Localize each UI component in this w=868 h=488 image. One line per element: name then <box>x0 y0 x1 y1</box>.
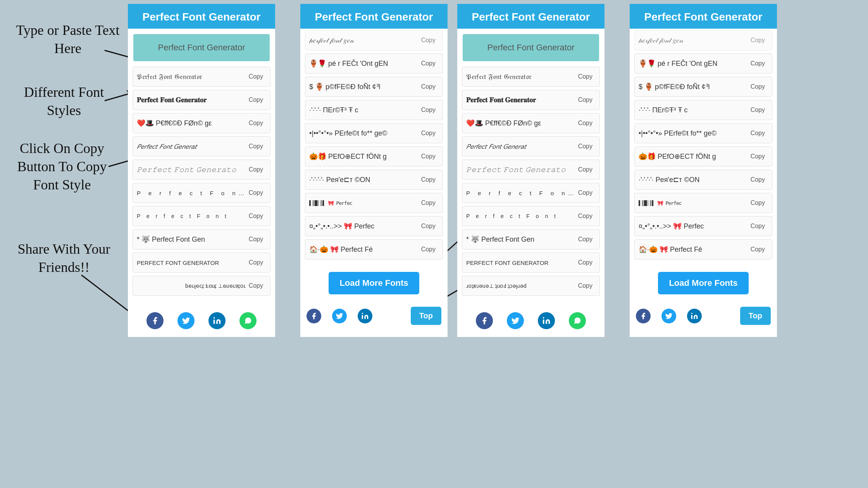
font-text-9-left: ɹoʇɐɹǝuǝ⊥ ʇuoℲ ʇɔǝɟɹǝd <box>137 283 246 289</box>
font-row-2-r2: ∙'∙'∙'∙ ΠЕr©Ŧ³ Ŧ c Copy <box>634 100 772 120</box>
font-text-1-r2: $ 🏺 p©fFE©Ð foÑt ¢ᴲl <box>639 82 747 91</box>
font-row-6-l2: P e r f e c t F o n t Copy <box>462 206 600 226</box>
load-more-button[interactable]: Load More Fonts <box>329 272 419 294</box>
copy-btn-4-right[interactable]: Copy <box>418 151 439 162</box>
font-row-7-right: ¤„•°„•.•..>> 🎀 Perfec Copy <box>305 216 443 236</box>
font-row-6-right: ▌║█│║▌ 🎀 Perfec Copy <box>305 193 443 213</box>
text-input-left-2[interactable] <box>463 34 599 61</box>
copy-btn-1-l2[interactable]: Copy <box>575 95 596 105</box>
facebook-icon-right[interactable] <box>307 309 321 323</box>
copy-btn-7-l2[interactable]: Copy <box>575 234 596 244</box>
whatsapp-icon-left-2[interactable] <box>569 312 586 329</box>
font-text-top-right: 𝓅𝑒𝓇𝒻𝑒𝒸𝓉 𝒻𝑜𝓃𝓉 𝑔𝑒𝓃 <box>309 36 418 45</box>
font-text-2-right: ∙'∙'∙'∙ ΠЕr©Ŧ³ Ŧ c <box>309 106 418 114</box>
copy-btn-1-left[interactable]: Copy <box>246 95 266 105</box>
text-input-left[interactable] <box>133 34 270 61</box>
copy-btn-7-left[interactable]: Copy <box>246 234 266 244</box>
copy-btn-1-right[interactable]: Copy <box>418 82 439 92</box>
social-bar-left <box>128 306 275 337</box>
font-row-4-left: 𝙿𝚎𝚛𝚏𝚎𝚌𝚝 𝙵𝚘𝚗𝚝 𝙶𝚎𝚗𝚎𝚛𝚊𝚝𝚘 Copy <box>133 160 270 180</box>
whatsapp-icon-left[interactable] <box>239 312 257 329</box>
copy-btn-2-r2[interactable]: Copy <box>747 105 768 115</box>
copy-btn-4-l2[interactable]: Copy <box>575 165 596 175</box>
copy-btn-9-left[interactable]: Copy <box>246 281 266 291</box>
linkedin-icon-right-2[interactable] <box>687 309 702 323</box>
copy-btn-6-l2[interactable]: Copy <box>575 211 596 221</box>
font-text-5-r2: ∙'∙'∙'∙'∙ Pея'e⊏т ©ON <box>639 175 747 184</box>
annotation-type-paste: Type or Paste Text Here <box>12 21 124 58</box>
facebook-icon-left-2[interactable] <box>476 312 493 329</box>
font-row-1-l2: 𝐏𝐞𝐫𝐟𝐞𝐜𝐭 𝐅𝐨𝐧𝐭 𝐆𝐞𝐧𝐞𝐫𝐚𝐭𝐨𝐫 Copy <box>462 90 600 110</box>
phone-panel-right: Perfect Font Generator 𝓅𝑒𝓇𝒻𝑒𝒸𝓉 𝒻𝑜𝓃𝓉 𝑔𝑒𝓃 … <box>300 4 448 337</box>
font-row-5-r2: ∙'∙'∙'∙'∙ Pея'e⊏т ©ON Copy <box>634 170 772 190</box>
copy-btn-3-right[interactable]: Copy <box>418 128 439 138</box>
copy-btn-7-right[interactable]: Copy <box>418 221 439 231</box>
copy-btn-top-r2[interactable]: Copy <box>747 35 768 45</box>
font-row-6-left: P e r f e c t F o n t Copy <box>133 206 270 226</box>
copy-btn-1-r2[interactable]: Copy <box>747 82 768 92</box>
copy-btn-6-r2[interactable]: Copy <box>747 198 768 208</box>
copy-btn-5-r2[interactable]: Copy <box>747 175 768 185</box>
twitter-icon-right[interactable] <box>332 309 347 323</box>
linkedin-icon-left-2[interactable] <box>538 312 555 329</box>
font-text-5-left: P e r f e c t F o n t <box>137 190 246 196</box>
font-text-3-right: •|••°•°•» PErfe©t fo** ge© <box>309 129 418 137</box>
panel-title-right: Perfect Font Generator <box>315 11 433 23</box>
twitter-icon-left[interactable] <box>177 312 195 329</box>
font-text-0-right: 🏺🌹 pé r FEČt 'Ont gEN <box>309 59 418 68</box>
panel-header-left-2: Perfect Font Generator <box>457 4 604 29</box>
font-text-1-l2: 𝐏𝐞𝐫𝐟𝐞𝐜𝐭 𝐅𝐨𝐧𝐭 𝐆𝐞𝐧𝐞𝐫𝐚𝐭𝐨𝐫 <box>466 96 575 104</box>
copy-btn-8-r2[interactable]: Copy <box>747 244 768 254</box>
copy-btn-7-r2[interactable]: Copy <box>747 221 768 231</box>
copy-btn-8-l2[interactable]: Copy <box>575 258 596 268</box>
copy-btn-8-right[interactable]: Copy <box>418 244 439 254</box>
font-text-7-r2: ¤„•°„•.•..>> 🎀 Perfec <box>639 222 747 230</box>
copy-btn-8-left[interactable]: Copy <box>246 258 266 268</box>
facebook-icon-right-2[interactable] <box>636 309 651 323</box>
copy-btn-0-right[interactable]: Copy <box>418 58 439 69</box>
linkedin-icon-right[interactable] <box>358 309 372 323</box>
font-row-0-right: 🏺🌹 pé r FEČt 'Ont gEN Copy <box>305 53 443 74</box>
copy-btn-4-left[interactable]: Copy <box>246 165 266 175</box>
phone-panel-left: Perfect Font Generator 𝔓𝔢𝔯𝔣𝔢𝔠𝔱 𝔉𝔬𝔫𝔱 𝔊𝔢𝔫𝔢… <box>128 4 275 337</box>
copy-btn-5-left[interactable]: Copy <box>246 188 266 198</box>
font-row-2-right: ∙'∙'∙'∙ ΠЕr©Ŧ³ Ŧ c Copy <box>305 100 443 120</box>
linkedin-icon-left[interactable] <box>208 312 226 329</box>
copy-btn-5-right[interactable]: Copy <box>418 175 439 185</box>
copy-btn-3-left[interactable]: Copy <box>246 141 266 151</box>
font-text-7-right: ¤„•°„•.•..>> 🎀 Perfec <box>309 222 418 230</box>
font-row-8-r2: 🏠·🎃 🎀 Perfect Fé Copy <box>634 239 772 259</box>
font-row-7-r2: ¤„•°„•.•..>> 🎀 Perfec Copy <box>634 216 772 236</box>
font-row-1-right: $ 🏺 p©fFE©Ð foÑt ¢ᴲl Copy <box>305 77 443 97</box>
facebook-icon-left[interactable] <box>146 312 164 329</box>
twitter-icon-left-2[interactable] <box>507 312 524 329</box>
copy-btn-0-left[interactable]: Copy <box>246 72 266 82</box>
font-row-1-left: 𝐏𝐞𝐫𝐟𝐞𝐜𝐭 𝐅𝐨𝐧𝐭 𝐆𝐞𝐧𝐞𝐫𝐚𝐭𝐨𝐫 Copy <box>133 90 270 110</box>
copy-btn-4-r2[interactable]: Copy <box>747 151 768 162</box>
copy-btn-top-right[interactable]: Copy <box>418 35 439 45</box>
copy-btn-0-l2[interactable]: Copy <box>575 72 596 82</box>
copy-btn-2-l2[interactable]: Copy <box>575 118 596 128</box>
font-row-8-right: 🏠·🎃 🎀 Perfect Fé Copy <box>305 239 443 259</box>
copy-btn-6-left[interactable]: Copy <box>246 211 266 221</box>
copy-btn-0-r2[interactable]: Copy <box>747 58 768 69</box>
top-button[interactable]: Top <box>411 307 441 325</box>
copy-btn-3-l2[interactable]: Copy <box>575 141 596 151</box>
font-text-3-r2: •|••°•°•» PErfe©t fo** ge© <box>639 129 747 137</box>
font-text-4-left: 𝙿𝚎𝚛𝚏𝚎𝚌𝚝 𝙵𝚘𝚗𝚝 𝙶𝚎𝚗𝚎𝚛𝚊𝚝𝚘 <box>137 166 246 174</box>
load-more-button-2[interactable]: Load More Fonts <box>658 272 748 294</box>
font-text-2-r2: ∙'∙'∙'∙ ΠЕr©Ŧ³ Ŧ c <box>639 106 747 114</box>
font-text-8-r2: 🏠·🎃 🎀 Perfect Fé <box>639 245 747 254</box>
font-row-5-left: P e r f e c t F o n t Copy <box>133 183 270 203</box>
copy-btn-2-left[interactable]: Copy <box>246 118 266 128</box>
copy-btn-9-l2[interactable]: Copy <box>575 281 596 291</box>
font-row-9-l2: ɹoʇɐɹǝuǝ⊥ ʇuoℲ ʇɔǝɟɹǝd Copy <box>462 276 600 296</box>
copy-btn-6-right[interactable]: Copy <box>418 198 439 208</box>
font-text-4-l2: 𝙿𝚎𝚛𝚏𝚎𝚌𝚝 𝙵𝚘𝚗𝚝 𝙶𝚎𝚗𝚎𝚛𝚊𝚝𝚘 <box>466 166 575 174</box>
twitter-icon-right-2[interactable] <box>661 309 676 323</box>
copy-btn-2-right[interactable]: Copy <box>418 105 439 115</box>
copy-btn-5-l2[interactable]: Copy <box>575 188 596 198</box>
top-button-2[interactable]: Top <box>740 307 771 325</box>
font-text-6-left: P e r f e c t F o n t <box>137 213 246 219</box>
copy-btn-3-r2[interactable]: Copy <box>747 128 768 138</box>
